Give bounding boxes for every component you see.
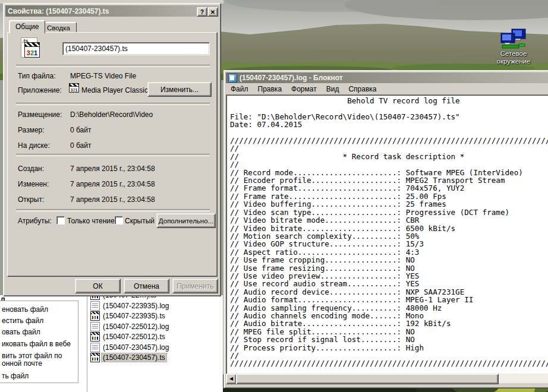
file-name: (150407-223935).ts <box>102 312 166 320</box>
file-row[interactable]: (150407-225012).ts <box>90 332 166 342</box>
info-row-label: Приложение: <box>18 86 62 94</box>
left-arrow-icon: ◀ <box>229 377 233 381</box>
info-row-value: 7 апреля 2015 г., 23:04:58 <box>70 195 155 204</box>
scroll-left-button[interactable]: ◀ <box>226 374 237 384</box>
task-link-2[interactable]: овать файл <box>2 328 40 336</box>
task-link-3[interactable]: иковать файл в вебе <box>2 340 71 348</box>
separator <box>16 103 210 105</box>
file-tasks-pane: еновать файлестить файловать файликовать… <box>0 301 78 383</box>
properties-dialog: Свойства: (150407-230457).ts ? ✕ Общие С… <box>3 3 221 296</box>
explorer-pane-divider <box>87 295 87 392</box>
info-row-label: Тип файла: <box>18 72 56 80</box>
help-button[interactable]: ? <box>197 7 207 17</box>
task-link-1[interactable]: естить файл <box>2 317 43 325</box>
file-row[interactable]: (150407-230457).log <box>90 343 170 352</box>
file-row[interactable]: (150407-223935).ts <box>90 311 166 321</box>
info-row-label: На диске: <box>18 141 50 150</box>
info-row-value: D:\Beholder\Record\Video <box>70 110 153 119</box>
menu-item-3[interactable]: Вид <box>322 84 344 94</box>
file-name: (150407-223935).log <box>102 302 170 310</box>
info-row-value: 7 апреля 2015 г., 23:04:58 <box>70 165 155 173</box>
file-row[interactable]: (150407-223935).log <box>90 301 170 311</box>
attributes-label: Атрибуты: <box>18 217 52 225</box>
info-row-label: Открыт: <box>18 195 44 204</box>
log-file-icon <box>90 343 100 352</box>
info-row-value: 0 байт <box>70 126 91 134</box>
network-monitors-icon <box>500 29 527 50</box>
info-row-value: 0 байт <box>70 141 91 150</box>
explorer-window-partial: л еновать файлестить файловать файликова… <box>0 295 223 392</box>
file-list: (150407-22…).ts(150407-223935).log(15040… <box>90 290 221 392</box>
info-row-label: Размер: <box>18 126 45 134</box>
change-app-button[interactable]: Изменить... <box>147 82 212 97</box>
info-row-value: 7 апреля 2015 г., 23:04:58 <box>70 180 155 188</box>
task-link-0[interactable]: еновать файл <box>2 306 48 314</box>
notepad-document-text: Behold TV record log file File: "D:\Beho… <box>226 95 548 368</box>
info-row-label: Создан: <box>18 165 44 173</box>
video-file-icon <box>90 332 100 342</box>
task-link-5[interactable]: ть файл <box>2 372 29 380</box>
notepad-titlebar[interactable]: (150407-230457).log - Блокнот <box>226 72 548 83</box>
info-row-label: Размещение: <box>18 110 62 119</box>
dialog-titlebar[interactable]: Свойства: (150407-230457).ts <box>5 5 219 17</box>
filename-field[interactable]: (150407-230457).ts <box>62 42 210 55</box>
log-file-icon <box>90 322 100 331</box>
ts-file-icon: .ts 321 <box>20 37 41 61</box>
file-name: (150407-230457).ts <box>102 353 166 362</box>
file-row[interactable]: (150407-230457).ts <box>90 353 166 362</box>
info-row-label: Изменен: <box>18 180 49 188</box>
cancel-button[interactable]: Отмена <box>124 279 169 293</box>
file-row[interactable]: (150407-225012).log <box>90 322 170 331</box>
hidden-label: Скрытый <box>125 217 155 225</box>
file-name: (150407-225012).ts <box>102 333 166 341</box>
scrollbar-thumb[interactable] <box>236 374 499 384</box>
apply-button[interactable]: Применить <box>172 279 218 293</box>
video-file-icon <box>90 353 100 362</box>
separator <box>16 65 210 67</box>
dialog-title: Свойства: (150407-230457).ts <box>8 7 109 15</box>
log-file-icon <box>90 301 100 311</box>
hidden-checkbox[interactable] <box>115 216 123 225</box>
advanced-button[interactable]: Дополнительно... <box>156 213 216 228</box>
separator <box>16 154 210 156</box>
notepad-window: (150407-230457).log - Блокнот ФайлПравка… <box>223 70 548 388</box>
task-link-4[interactable]: вить этот файл по онной почте <box>2 352 62 368</box>
tab-general[interactable]: Общие <box>9 20 45 33</box>
notepad-app-icon <box>228 74 237 83</box>
file-name: (150407-230457).log <box>102 343 170 352</box>
close-button[interactable]: ✕ <box>207 7 218 17</box>
filename-value: (150407-230457).ts <box>63 43 209 55</box>
notepad-title: (150407-230457).log - Блокнот <box>240 74 343 82</box>
mpc-app-icon: 321 <box>69 83 79 93</box>
mpc-321-digits: 321 <box>25 49 39 56</box>
readonly-label: Только чтение <box>67 217 115 225</box>
video-file-icon <box>90 311 100 321</box>
separator <box>16 209 210 211</box>
info-row-value: Media Player Classic - <box>81 86 152 94</box>
network-places-desktop-icon[interactable]: Сетевое окружение <box>495 29 533 70</box>
menu-item-4[interactable]: Справка <box>344 84 381 94</box>
file-name: (150407-225012).log <box>102 323 170 331</box>
menu-item-1[interactable]: Правка <box>253 84 287 94</box>
menu-item-2[interactable]: Формат <box>286 84 322 94</box>
ok-button[interactable]: ОК <box>75 279 121 293</box>
general-tab-page: .ts 321 (150407-230457).ts Тип файла:MPE… <box>7 32 218 277</box>
notepad-text-area[interactable]: Behold TV record log file File: "D:\Beho… <box>226 94 548 375</box>
menu-item-0[interactable]: Файл <box>226 84 253 94</box>
notepad-horizontal-scrollbar[interactable]: ◀ <box>226 374 548 383</box>
notepad-menubar: ФайлПравкаФорматВидСправка <box>226 84 548 94</box>
network-places-label: Сетевое окружение <box>495 50 533 65</box>
readonly-checkbox[interactable] <box>56 216 65 225</box>
info-row-value: MPEG-TS Video File <box>70 72 136 80</box>
